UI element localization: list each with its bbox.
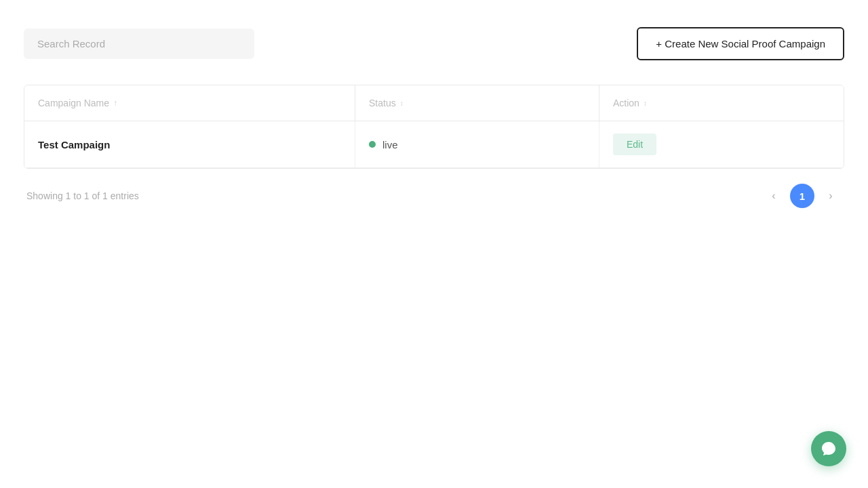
column-header-action: Action — [599, 85, 844, 121]
cell-action: Edit — [599, 121, 844, 167]
table-row: Test Campaign live Edit — [24, 121, 844, 168]
column-label-status: Status — [369, 98, 396, 108]
cell-campaign-name: Test Campaign — [24, 121, 355, 167]
current-page-button[interactable]: 1 — [790, 184, 814, 208]
sort-icon-status[interactable] — [400, 100, 403, 107]
create-campaign-button[interactable]: + Create New Social Proof Campaign — [637, 27, 844, 60]
column-header-status: Status — [355, 85, 599, 121]
chat-icon — [821, 441, 837, 457]
column-header-campaign-name: Campaign Name — [24, 85, 355, 121]
prev-page-button[interactable]: ‹ — [763, 185, 785, 207]
pagination-bar: Showing 1 to 1 of 1 entries ‹ 1 › — [24, 184, 844, 208]
entries-info: Showing 1 to 1 of 1 entries — [26, 190, 139, 201]
column-label-action: Action — [613, 98, 639, 108]
sort-icon-campaign-name[interactable] — [113, 98, 117, 108]
sort-icon-action[interactable] — [644, 100, 647, 107]
next-page-button[interactable]: › — [820, 185, 842, 207]
search-record-input[interactable] — [24, 28, 254, 59]
table-header: Campaign Name Status Action — [24, 85, 844, 121]
status-dot-icon — [369, 141, 376, 148]
edit-button[interactable]: Edit — [613, 134, 656, 155]
pagination-controls: ‹ 1 › — [763, 184, 842, 208]
top-bar: + Create New Social Proof Campaign — [24, 27, 844, 60]
cell-status: live — [355, 121, 599, 167]
campaigns-table: Campaign Name Status Action Test Campaig… — [24, 85, 844, 169]
chat-support-button[interactable] — [811, 431, 846, 466]
status-text-value: live — [382, 139, 398, 150]
campaign-name-value: Test Campaign — [38, 139, 110, 150]
column-label-campaign-name: Campaign Name — [38, 98, 109, 108]
